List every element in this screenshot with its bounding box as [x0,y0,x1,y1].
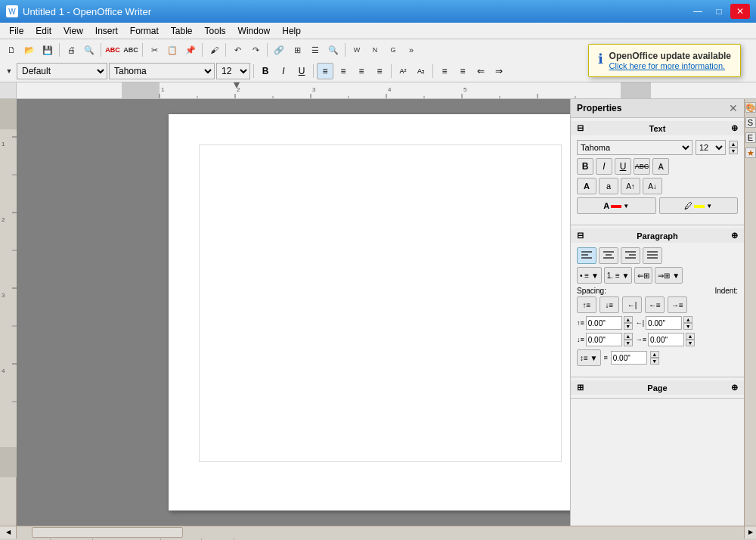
menu-tools[interactable]: Tools [199,24,232,38]
italic-button[interactable]: I [275,63,292,79]
menu-file[interactable]: File [3,24,29,38]
open-button[interactable]: 📂 [21,42,38,58]
decrease-indent-button[interactable]: ⇐ [472,63,489,79]
props-bold-button[interactable]: B [577,158,593,175]
gallery-button[interactable]: G [385,42,401,58]
before-indent-input[interactable] [646,316,682,330]
styles-button[interactable]: ▼ [3,63,15,79]
before-indent-down[interactable]: ▼ [683,323,692,330]
superscript-button[interactable]: A² [395,63,411,79]
menu-view[interactable]: View [57,24,89,38]
size-select[interactable]: 12 [216,63,250,79]
outdent-button[interactable]: ⇐⊞ [634,267,652,284]
hyperlink-button[interactable]: 🔗 [271,42,287,58]
props-strikethrough-button[interactable]: ABC [634,158,650,175]
indent-after-button[interactable]: →≡ [668,296,687,313]
scroll-right-button[interactable]: ▶ [744,526,756,538]
redo-button[interactable]: ↷ [247,42,264,58]
ordered-list-button[interactable]: 1. ≡ ▼ [604,267,633,284]
size-down-button[interactable]: ▼ [729,147,738,154]
effects-side-button[interactable]: E [745,132,756,143]
menu-format[interactable]: Format [124,24,165,38]
text-section-header[interactable]: ⊟ Text ⊕ [571,121,744,135]
props-font-select[interactable]: Tahoma [577,140,692,155]
above-spacing-up[interactable]: ▲ [624,316,633,323]
update-tooltip[interactable]: ℹ OpenOffice update available Click here… [588,44,741,77]
props-shadow-button[interactable]: A [652,158,669,175]
gallery-side-button[interactable]: 🎨 [745,102,756,113]
misc-side-button[interactable]: ★ [745,147,756,158]
autocorrect-button[interactable]: ABC [122,42,139,58]
props-align-right[interactable] [621,247,640,264]
align-left-button[interactable]: ≡ [317,63,333,79]
indent-button[interactable]: ⇒⊞ ▼ [655,267,683,284]
font-color-button[interactable]: A ▼ [577,197,656,214]
menu-insert[interactable]: Insert [89,24,124,38]
line-spacing-up[interactable]: ▲ [650,351,659,358]
navigator-button[interactable]: N [367,42,383,58]
line-spacing-down[interactable]: ▼ [650,358,659,365]
h-scroll-thumb[interactable] [32,527,183,538]
underline-button[interactable]: U [293,63,310,79]
style-select[interactable]: Default [17,63,107,79]
above-para-button[interactable]: ↑≡ [577,296,596,313]
props-uppercase-button[interactable]: A [577,178,596,194]
props-align-left[interactable] [577,247,596,264]
styles-side-button[interactable]: S [745,117,756,128]
table-button[interactable]: ⊞ [289,42,305,58]
more-button[interactable]: » [403,42,420,58]
line-spacing-input[interactable] [611,351,647,365]
document-edit-area[interactable] [199,144,562,462]
minimize-button[interactable]: — [688,4,708,19]
h-scroll-track[interactable] [17,526,744,538]
paste-button[interactable]: 📌 [182,42,199,58]
props-underline-button[interactable]: U [615,158,631,175]
show-draw-button[interactable]: ☰ [307,42,324,58]
cut-button[interactable]: ✂ [146,42,163,58]
line-spacing-button[interactable]: ↕≡ ▼ [577,349,601,366]
menu-edit[interactable]: Edit [29,24,57,38]
bold-button[interactable]: B [257,63,274,79]
indent-first-button[interactable]: ←| [622,296,642,313]
props-smallcaps-button[interactable]: A↓ [643,178,662,194]
props-align-center[interactable] [599,247,618,264]
scroll-left-button[interactable]: ◀ [0,526,17,538]
props-italic-button[interactable]: I [596,158,612,175]
save-button[interactable]: 💾 [39,42,56,58]
print-button[interactable]: 🖨 [63,42,79,58]
after-indent-down[interactable]: ▼ [686,340,695,346]
format-paint-button[interactable]: 🖌 [206,42,222,58]
copy-button[interactable]: 📋 [164,42,181,58]
highlight-color-button[interactable]: 🖊 ▼ [659,197,739,214]
above-spacing-input[interactable] [586,316,622,330]
indent-before-button[interactable]: ←≡ [645,296,665,313]
unordered-list-button[interactable]: • ≡ ▼ [577,267,602,284]
undo-button[interactable]: ↶ [229,42,246,58]
tooltip-link[interactable]: Click here for more information. [609,61,731,70]
menu-help[interactable]: Help [276,24,307,38]
spell-button[interactable]: ABC [104,42,121,58]
align-center-button[interactable]: ≡ [335,63,352,79]
props-size-select[interactable]: 12 [696,140,726,155]
new-button[interactable]: 🗋 [3,42,20,58]
above-spacing-down[interactable]: ▼ [624,323,633,330]
maximize-button[interactable]: □ [709,4,729,19]
paragraph-section-header[interactable]: ⊟ Paragraph ⊕ [571,228,744,243]
props-align-justify[interactable] [643,247,662,264]
align-right-button[interactable]: ≡ [353,63,370,79]
props-lowercase-button[interactable]: a [599,178,618,194]
below-spacing-down[interactable]: ▼ [624,340,633,346]
below-spacing-up[interactable]: ▲ [624,333,633,340]
align-justify-button[interactable]: ≡ [371,63,388,79]
find-button[interactable]: 🔍 [325,42,342,58]
after-indent-input[interactable] [648,333,684,346]
props-bigcaps-button[interactable]: A↑ [621,178,640,194]
menu-table[interactable]: Table [165,24,199,38]
numbering-button[interactable]: ≡ [454,63,471,79]
properties-close-button[interactable]: ✕ [729,102,738,114]
bullets-button[interactable]: ≡ [436,63,453,79]
font-select[interactable]: Tahoma [109,63,215,79]
size-up-button[interactable]: ▲ [729,141,738,147]
close-button[interactable]: ✕ [730,4,750,19]
writer-button[interactable]: W [349,42,365,58]
